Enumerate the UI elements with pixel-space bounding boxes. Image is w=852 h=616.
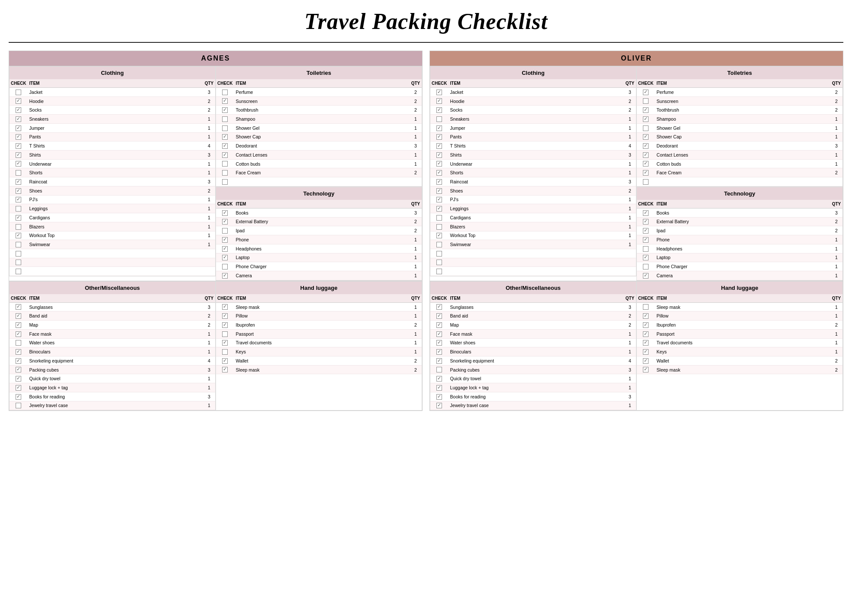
check-cell[interactable] (430, 141, 449, 151)
check-cell[interactable] (637, 177, 655, 186)
checkbox-unchecked[interactable] (222, 116, 228, 122)
check-cell[interactable] (430, 115, 449, 124)
check-cell[interactable] (10, 311, 28, 321)
checkbox-checked[interactable] (643, 358, 649, 364)
checkbox-checked[interactable] (436, 349, 442, 355)
check-cell[interactable] (430, 159, 449, 168)
checkbox-checked[interactable] (16, 313, 21, 319)
check-cell[interactable] (10, 106, 28, 115)
checkbox-checked[interactable] (16, 349, 21, 355)
checkbox-checked[interactable] (436, 331, 442, 337)
checkbox-checked[interactable] (16, 367, 21, 372)
checkbox-checked[interactable] (222, 358, 228, 364)
checkbox-checked[interactable] (643, 237, 649, 243)
checkbox-checked[interactable] (436, 376, 442, 382)
checkbox-checked[interactable] (436, 143, 442, 149)
checkbox-checked[interactable] (436, 179, 442, 185)
check-cell[interactable] (637, 338, 655, 347)
check-cell[interactable] (430, 222, 449, 231)
checkbox-checked[interactable] (222, 246, 228, 252)
checkbox-checked[interactable] (643, 219, 649, 225)
checkbox-checked[interactable] (222, 107, 228, 113)
check-cell[interactable] (637, 329, 655, 338)
check-cell[interactable] (637, 321, 655, 330)
check-cell[interactable] (637, 88, 655, 97)
checkbox-unchecked[interactable] (436, 260, 442, 265)
checkbox-unchecked[interactable] (16, 340, 21, 346)
checkbox-unchecked[interactable] (222, 228, 228, 234)
checkbox-checked[interactable] (643, 322, 649, 328)
check-cell[interactable] (430, 168, 449, 177)
check-cell[interactable] (430, 204, 449, 213)
check-cell[interactable] (637, 235, 655, 244)
check-cell[interactable] (216, 321, 234, 330)
check-cell[interactable] (430, 106, 449, 115)
checkbox-checked[interactable] (643, 313, 649, 319)
check-cell[interactable] (637, 262, 655, 271)
checkbox-checked[interactable] (16, 358, 21, 364)
checkbox-checked[interactable] (16, 331, 21, 337)
check-cell[interactable] (10, 88, 28, 97)
check-cell[interactable] (216, 226, 234, 235)
check-cell[interactable] (10, 401, 28, 410)
checkbox-unchecked[interactable] (16, 170, 21, 176)
check-cell[interactable] (10, 374, 28, 383)
check-cell[interactable] (637, 217, 655, 226)
checkbox-checked[interactable] (436, 358, 442, 364)
checkbox-checked[interactable] (16, 161, 21, 167)
checkbox-unchecked[interactable] (222, 179, 228, 185)
checkbox-unchecked[interactable] (436, 215, 442, 221)
check-cell[interactable] (10, 365, 28, 374)
check-cell[interactable] (637, 106, 655, 115)
check-cell[interactable] (10, 240, 28, 249)
check-cell[interactable] (430, 356, 449, 365)
check-cell[interactable] (216, 132, 234, 141)
checkbox-unchecked[interactable] (436, 251, 442, 257)
check-cell[interactable] (10, 159, 28, 168)
check-cell[interactable] (430, 123, 449, 132)
checkbox-unchecked[interactable] (436, 116, 442, 122)
checkbox-checked[interactable] (643, 161, 649, 167)
check-cell[interactable] (10, 141, 28, 151)
checkbox-checked[interactable] (16, 233, 21, 238)
check-cell[interactable] (430, 88, 449, 97)
check-cell[interactable] (10, 222, 28, 231)
check-cell[interactable] (10, 302, 28, 311)
checkbox-checked[interactable] (16, 179, 21, 185)
check-cell[interactable] (430, 347, 449, 356)
checkbox-checked[interactable] (643, 107, 649, 113)
check-cell[interactable] (430, 267, 449, 276)
checkbox-checked[interactable] (436, 403, 442, 408)
check-cell[interactable] (637, 347, 655, 356)
check-cell[interactable] (10, 195, 28, 204)
checkbox-checked[interactable] (436, 313, 442, 319)
checkbox-unchecked[interactable] (643, 125, 649, 131)
check-cell[interactable] (637, 115, 655, 124)
checkbox-checked[interactable] (222, 322, 228, 328)
checkbox-checked[interactable] (222, 134, 228, 140)
checkbox-checked[interactable] (643, 349, 649, 355)
checkbox-checked[interactable] (436, 170, 442, 176)
check-cell[interactable] (430, 132, 449, 141)
checkbox-unchecked[interactable] (222, 161, 228, 167)
check-cell[interactable] (430, 365, 449, 374)
checkbox-checked[interactable] (643, 152, 649, 158)
check-cell[interactable] (216, 96, 234, 106)
checkbox-checked[interactable] (436, 90, 442, 95)
check-cell[interactable] (430, 258, 449, 267)
checkbox-unchecked[interactable] (436, 367, 442, 372)
check-cell[interactable] (430, 240, 449, 249)
checkbox-checked[interactable] (222, 367, 228, 372)
check-cell[interactable] (637, 302, 655, 311)
check-cell[interactable] (430, 186, 449, 195)
checkbox-checked[interactable] (222, 273, 228, 279)
checkbox-checked[interactable] (222, 313, 228, 319)
check-cell[interactable] (637, 244, 655, 253)
check-cell[interactable] (216, 356, 234, 365)
check-cell[interactable] (637, 96, 655, 106)
check-cell[interactable] (216, 177, 234, 186)
check-cell[interactable] (10, 123, 28, 132)
checkbox-checked[interactable] (222, 210, 228, 216)
checkbox-checked[interactable] (436, 233, 442, 238)
check-cell[interactable] (216, 271, 234, 280)
